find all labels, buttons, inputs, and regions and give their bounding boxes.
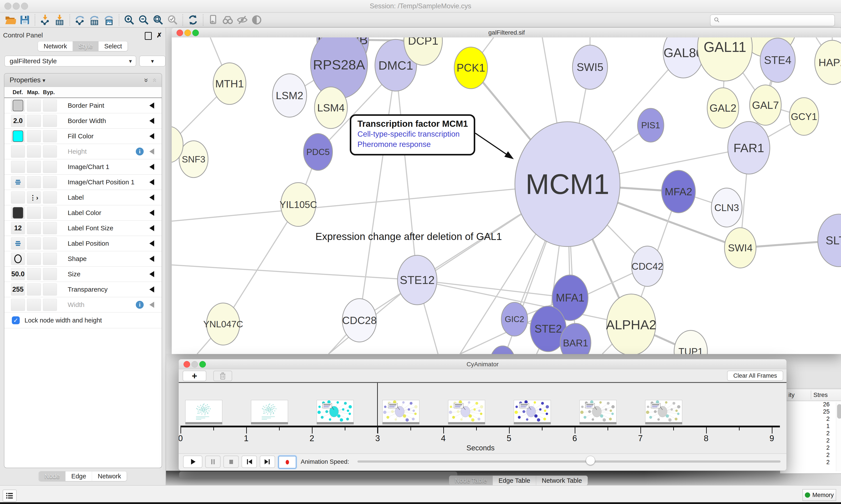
info-icon[interactable]: i (136, 147, 144, 156)
default-cell[interactable] (11, 130, 25, 142)
frame-thumbnail-7[interactable] (645, 400, 682, 422)
frame-thumbnail-0[interactable] (185, 400, 222, 422)
tab-network[interactable]: Network (92, 471, 127, 481)
timeline-playhead[interactable] (377, 383, 378, 433)
expand-property-icon[interactable] (149, 148, 154, 155)
tab-node[interactable]: Node (39, 471, 66, 481)
style-selector[interactable]: galFiltered Style ▾ (4, 56, 136, 67)
expand-property-icon[interactable] (149, 286, 154, 292)
table-row[interactable]: 2 (780, 445, 836, 452)
default-cell[interactable] (11, 237, 25, 250)
zoom-out-icon[interactable] (137, 14, 151, 26)
clear-all-frames-button[interactable]: Clear All Frames (727, 371, 783, 381)
speed-slider-knob[interactable] (586, 456, 595, 465)
tab-style[interactable]: Style (73, 41, 99, 51)
property-row-image-chart-1[interactable]: Image/Chart 1 (4, 159, 162, 175)
bypass-cell[interactable] (43, 145, 57, 158)
expand-property-icon[interactable] (149, 164, 154, 170)
mapping-cell[interactable] (27, 115, 41, 127)
frame-thumbnail-4[interactable] (448, 400, 485, 422)
expand-property-icon[interactable] (149, 225, 154, 231)
mapping-cell[interactable] (27, 283, 41, 295)
default-cell[interactable] (11, 299, 25, 311)
table-row[interactable]: 2 (780, 430, 836, 437)
mapping-cell[interactable] (27, 145, 41, 158)
open-session-icon[interactable] (3, 14, 18, 26)
properties-header[interactable]: Properties ▾ (10, 76, 49, 84)
bypass-cell[interactable] (43, 161, 57, 173)
table-row[interactable]: 2 (780, 416, 836, 423)
show-panels-button[interactable] (3, 489, 17, 502)
tab-network-table[interactable]: Network Table (536, 476, 588, 485)
property-row-transparency[interactable]: 255Transparency (4, 282, 162, 297)
bypass-cell[interactable] (43, 299, 57, 311)
save-session-icon[interactable] (18, 14, 32, 26)
bypass-cell[interactable] (43, 115, 57, 127)
property-row-border-paint[interactable]: Border Paint (4, 98, 162, 113)
table-row[interactable]: 26 (780, 401, 836, 408)
property-row-image-chart-position-1[interactable]: Image/Chart Position 1 (4, 175, 162, 190)
expand-property-icon[interactable] (149, 103, 154, 109)
table-row[interactable]: 25 (780, 408, 836, 416)
close-panel-icon[interactable]: ✗ (157, 32, 162, 40)
expand-property-icon[interactable] (149, 256, 154, 262)
default-cell[interactable]: 50.0 (11, 268, 25, 280)
default-cell[interactable] (11, 161, 25, 173)
bypass-cell[interactable] (43, 176, 57, 188)
bypass-cell[interactable] (43, 130, 57, 142)
expand-property-icon[interactable] (149, 133, 154, 139)
table-row[interactable]: 2 (780, 452, 836, 459)
export-network-icon[interactable] (73, 14, 87, 26)
property-row-label-position[interactable]: Label Position (4, 236, 162, 251)
search-input[interactable] (722, 16, 835, 25)
frame-thumbnail-2[interactable] (317, 400, 354, 422)
tab-network[interactable]: Network (38, 41, 73, 51)
bypass-cell[interactable] (43, 100, 57, 112)
mapping-cell[interactable] (27, 130, 41, 142)
expand-property-icon[interactable] (149, 118, 154, 124)
property-row-border-width[interactable]: 2.0Border Width (4, 113, 162, 129)
expand-property-icon[interactable] (149, 210, 154, 216)
memory-button[interactable]: Memory (803, 489, 836, 501)
property-row-width[interactable]: Widthi (4, 297, 162, 313)
import-network-icon[interactable] (38, 14, 52, 26)
skip-end-button[interactable] (260, 456, 275, 468)
expand-property-icon[interactable] (149, 271, 154, 277)
node-partial[interactable] (490, 346, 515, 354)
network-window-titlebar[interactable]: galFiltered.sif (172, 28, 841, 38)
network-canvas[interactable]: RPS28BRPS28ADMC1DCP1PCK1MTH1LSM2LSM4SNF3… (172, 37, 841, 354)
zoom-in-icon[interactable] (122, 14, 137, 26)
property-row-shape[interactable]: Shape (4, 251, 162, 267)
mapping-cell[interactable] (27, 207, 41, 219)
default-cell[interactable] (11, 176, 25, 188)
frame-thumbnail-6[interactable] (579, 400, 616, 422)
skip-start-button[interactable] (241, 456, 257, 468)
tab-edge-table[interactable]: Edge Table (493, 476, 536, 485)
import-table-icon[interactable] (52, 14, 67, 26)
table-scrollbar[interactable] (836, 402, 841, 471)
mapping-cell[interactable] (27, 161, 41, 173)
bypass-cell[interactable] (43, 253, 57, 265)
collapse-all-icon[interactable]: » (149, 78, 158, 82)
add-frame-button[interactable]: + (183, 371, 206, 381)
property-row-label-font-size[interactable]: 12Label Font Size (4, 221, 162, 236)
mapping-cell[interactable] (27, 100, 41, 112)
lock-node-size-checkbox[interactable]: ✓ (12, 317, 20, 324)
style-options-button[interactable]: ▾ (139, 56, 165, 67)
frame-thumbnail-1[interactable] (251, 400, 288, 422)
property-row-height[interactable]: Heighti (4, 144, 162, 159)
property-row-label[interactable]: ⋮›Label (4, 190, 162, 205)
bypass-cell[interactable] (43, 237, 57, 250)
tab-select[interactable]: Select (99, 41, 128, 51)
default-cell[interactable] (11, 207, 25, 219)
delete-frame-button[interactable] (213, 371, 232, 381)
default-cell[interactable] (11, 253, 25, 265)
mapping-cell[interactable] (27, 176, 41, 188)
bypass-cell[interactable] (43, 207, 57, 219)
expand-property-icon[interactable] (149, 240, 154, 247)
expand-property-icon[interactable] (149, 194, 154, 201)
table-row[interactable]: 1 (780, 423, 836, 430)
frame-thumbnail-3[interactable] (382, 400, 419, 422)
bypass-cell[interactable] (43, 222, 57, 234)
timeline-horizontal-scrollbar[interactable] (179, 472, 457, 478)
